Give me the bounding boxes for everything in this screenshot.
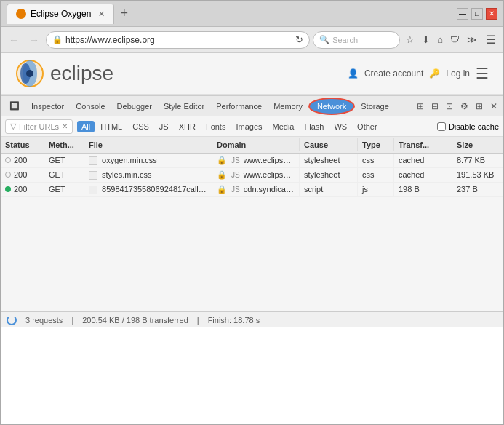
search-icon: 🔍	[319, 35, 329, 44]
header-method: Meth...	[44, 138, 84, 151]
separator-2: |	[197, 316, 199, 325]
cell-type-2: css	[358, 168, 394, 182]
cell-status-1: 200	[1, 154, 44, 167]
devtools-tab-memory[interactable]: Memory	[268, 99, 308, 114]
cell-method-1: GET	[44, 154, 84, 167]
filter-tab-all[interactable]: All	[77, 121, 95, 132]
home-button[interactable]: ⌂	[434, 33, 446, 47]
filter-tab-css[interactable]: CSS	[128, 121, 153, 132]
bookmark-button[interactable]: ☆	[403, 33, 417, 47]
create-account-link[interactable]: Create account	[364, 68, 423, 79]
browser-tab[interactable]: Eclipse Oxygen ✕	[7, 4, 114, 24]
address-bar[interactable]: 🔒 https://www.eclipse.org ↻	[46, 31, 310, 49]
tab-favicon	[16, 9, 26, 19]
devtools-tab-debugger[interactable]: Debugger	[111, 99, 158, 114]
devtools-close-button[interactable]: ✕	[487, 100, 500, 113]
table-row[interactable]: 200 GET 8598417355806924817callba... 🔒 J…	[1, 183, 503, 197]
search-placeholder: Search	[332, 36, 358, 44]
filter-tab-media[interactable]: Media	[268, 121, 299, 132]
disable-cache-text: Disable cache	[449, 122, 499, 131]
loading-spinner	[7, 315, 17, 325]
devtools-settings-button[interactable]: ⚙	[457, 100, 471, 113]
filter-tab-xhr[interactable]: XHR	[175, 121, 200, 132]
shield-button[interactable]: 🛡	[447, 33, 463, 47]
finish-time: Finish: 18.78 s	[208, 316, 260, 325]
extensions-button[interactable]: ≫	[464, 33, 480, 47]
requests-count: 3 requests	[25, 316, 63, 325]
filter-tab-html[interactable]: HTML	[96, 121, 127, 132]
filter-tab-ws[interactable]: WS	[329, 121, 351, 132]
devtools-responsive-button[interactable]: ⊞	[414, 100, 427, 113]
browser-menu-button[interactable]: ☰	[483, 31, 499, 48]
table-header: Status Meth... File Domain Cause Type Tr…	[1, 137, 503, 154]
devtools-dock-button[interactable]: ⊞	[473, 100, 486, 113]
cell-status-2: 200	[1, 168, 44, 182]
filter-icon: ▽	[10, 122, 16, 131]
cell-file-1: oxygen.min.css	[84, 154, 212, 167]
disable-cache-label[interactable]: Disable cache	[437, 122, 499, 131]
cell-domain-1: 🔒 JS www.eclipse....	[212, 154, 300, 167]
filter-placeholder: Filter URLs	[19, 122, 59, 131]
filter-tab-other[interactable]: Other	[353, 121, 382, 132]
person-icon: 👤	[348, 68, 359, 79]
header-transferred: Transf...	[394, 138, 452, 151]
filter-tab-js[interactable]: JS	[155, 121, 173, 132]
cell-method-2: GET	[44, 168, 84, 182]
cell-cause-3: script	[300, 183, 358, 196]
maximize-button[interactable]: □	[471, 8, 483, 20]
devtools-tab-bar: 🔲 Inspector Console Debugger Style Edito…	[1, 96, 503, 116]
cell-transferred-3: 198 B	[394, 183, 452, 196]
table-row[interactable]: 200 GET styles.min.css 🔒 JS www.eclipse.…	[1, 168, 503, 183]
cell-status-3: 200	[1, 183, 44, 196]
cell-file-2: styles.min.css	[84, 168, 212, 182]
filter-tab-images[interactable]: Images	[231, 121, 266, 132]
new-tab-button[interactable]: +	[114, 6, 134, 21]
status-dot-2	[5, 172, 11, 178]
cell-cause-1: stylesheet	[300, 154, 358, 167]
status-dot-3	[5, 186, 11, 192]
login-link[interactable]: Log in	[446, 68, 470, 79]
eclipse-logo-icon	[15, 59, 44, 88]
status-text-3: 200	[14, 185, 27, 194]
disable-cache-checkbox[interactable]	[437, 122, 446, 131]
devtools-tab-console[interactable]: Console	[70, 99, 111, 114]
filter-tab-flash[interactable]: Flash	[300, 121, 328, 132]
cell-file-3: 8598417355806924817callba...	[84, 183, 212, 196]
tab-title: Eclipse Oxygen	[31, 9, 91, 19]
header-status: Status	[1, 138, 44, 151]
close-button[interactable]: ✕	[486, 8, 497, 20]
website-menu-button[interactable]: ☰	[476, 65, 489, 82]
devtools-tab-style-editor[interactable]: Style Editor	[158, 99, 210, 114]
filter-tab-fonts[interactable]: Fonts	[201, 121, 231, 132]
filter-url-input[interactable]: ▽ Filter URLs ✕	[5, 119, 73, 134]
size-info: 200.54 KB / 198 B transferred	[82, 316, 188, 325]
download-button[interactable]: ⬇	[419, 33, 433, 47]
devtools-tab-performance[interactable]: Performance	[210, 99, 268, 114]
eclipse-logo: eclipse	[15, 59, 113, 88]
cell-domain-2: 🔒 JS www.eclipse....	[212, 168, 300, 182]
url-text: https://www.eclipse.org	[65, 35, 292, 45]
back-button[interactable]: ←	[5, 33, 23, 47]
filter-clear-button[interactable]: ✕	[62, 122, 68, 130]
svg-point-4	[26, 70, 33, 77]
status-dot-1	[5, 157, 11, 163]
devtools-tab-page-icon[interactable]: 🔲	[4, 98, 25, 114]
refresh-button[interactable]: ↻	[295, 34, 303, 45]
devtools-tab-network[interactable]: Network	[308, 98, 355, 115]
table-row[interactable]: 200 GET oxygen.min.css 🔒 JS www.eclipse.…	[1, 154, 503, 168]
forward-button[interactable]: →	[25, 33, 43, 47]
cell-type-3: js	[358, 183, 394, 196]
cell-size-2: 191.53 KB	[452, 168, 503, 182]
devtools-split-button[interactable]: ⊡	[443, 100, 456, 113]
header-size: Size	[452, 138, 503, 151]
minimize-button[interactable]: —	[457, 8, 468, 20]
search-bar[interactable]: 🔍 Search	[313, 31, 400, 49]
cell-transferred-1: cached	[394, 154, 452, 167]
cell-size-3: 237 B	[452, 183, 503, 196]
cell-size-1: 8.77 KB	[452, 154, 503, 167]
devtools-picker-button[interactable]: ⊟	[428, 100, 441, 113]
tab-close-button[interactable]: ✕	[98, 9, 105, 19]
devtools-tab-inspector[interactable]: Inspector	[25, 99, 70, 114]
cell-type-1: css	[358, 154, 394, 167]
devtools-tab-storage[interactable]: Storage	[355, 99, 395, 114]
